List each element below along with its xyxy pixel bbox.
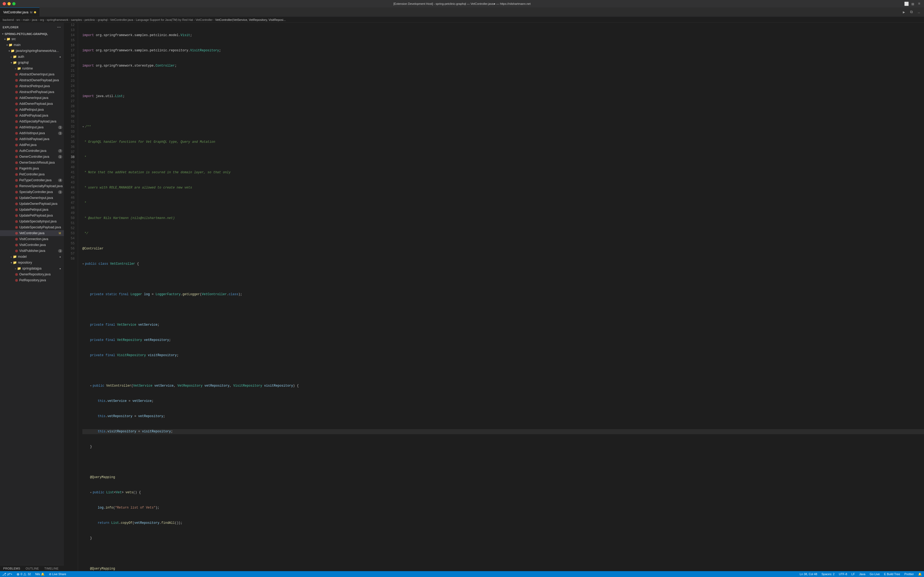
status-right: Ln 38, Col 48 Spaces: 2 UTF-8 LF Java Go…: [798, 571, 924, 577]
breadcrumb-petclinic[interactable]: petclinic: [84, 18, 95, 21]
minimize-button[interactable]: [8, 2, 11, 5]
badge: M: [58, 232, 62, 235]
line-num-40: 40: [69, 165, 75, 170]
code-line-36: this.vetService = vetService;: [82, 399, 924, 404]
breadcrumb-lang-support[interactable]: Language Support for Java(TM) by Red Hat: [136, 18, 193, 21]
status-language[interactable]: Java: [857, 571, 867, 577]
sidebar-header: EXPLORER ⋯: [0, 23, 64, 32]
sidebar-item-pet-controller[interactable]: ⊗ PetController.java: [0, 171, 64, 177]
sidebar-item-add-vet-input[interactable]: ⊗ AddVetInput.java 1: [0, 124, 64, 130]
tab-vetcontroller[interactable]: VetController.java M: [0, 8, 40, 16]
outline-tab[interactable]: OUTLINE: [24, 566, 40, 571]
sidebar-item-update-owner-payload[interactable]: ⊗ UpdateOwnerPayload.java: [0, 201, 64, 207]
sidebar-item-add-pet[interactable]: ⊗ AddPet.java: [0, 142, 64, 148]
status-position[interactable]: Ln 38, Col 48: [798, 571, 819, 577]
sidebar-item-vet-controller[interactable]: ⊗ VetController.java M: [0, 230, 64, 236]
sidebar-item-update-specialty-payload[interactable]: ⊗ UpdateSpecialtyPayload.java: [0, 224, 64, 230]
status-build-tree[interactable]: E Build Tree: [882, 571, 902, 577]
status-user[interactable]: Nils 🔔: [33, 571, 47, 577]
status-spaces[interactable]: Spaces: 2: [819, 571, 837, 577]
maximize-button[interactable]: [12, 2, 16, 5]
item-label: VisitConnection.java: [19, 237, 64, 241]
sidebar-item-add-owner-input[interactable]: ⊗ AddOwnerInput.java: [0, 95, 64, 101]
breadcrumb-backend[interactable]: backend: [3, 18, 14, 21]
item-label: OwnerSearchResult.java: [19, 161, 64, 164]
sidebar-item-specialty-controller[interactable]: ⊗ SpecialtyController.java 1: [0, 189, 64, 195]
item-label: src: [11, 37, 64, 41]
breadcrumb-vetcontroller-class[interactable]: VetController: [196, 18, 213, 21]
close-button[interactable]: [3, 2, 6, 5]
line-num-16: 16: [69, 43, 75, 48]
sidebar-item-abstract-owner-payload[interactable]: ⊗ AbstractOwnerPayload.java: [0, 77, 64, 83]
sidebar-item-model[interactable]: ▸ 📁 model ●: [0, 254, 64, 259]
breadcrumb-samples[interactable]: samples: [71, 18, 82, 21]
breadcrumb-main[interactable]: main: [23, 18, 29, 21]
sidebar-item-abstract-owner-input[interactable]: ⊗ AbstractOwnerInput.java: [0, 71, 64, 77]
sidebar-item-visit-connection[interactable]: ⊗ VisitConnection.java: [0, 236, 64, 242]
sidebar-icon[interactable]: ▤: [911, 2, 915, 6]
status-notification[interactable]: 🔔: [916, 571, 924, 577]
sidebar-item-java-path[interactable]: ▾ 📁 java/org/springframework/sa...: [0, 48, 64, 54]
status-branch[interactable]: ⎇ yt*+: [0, 571, 14, 577]
new-file-icon[interactable]: ⋯: [56, 25, 61, 30]
item-label: java/org/springframework/sa...: [16, 49, 60, 53]
breadcrumb-constructor[interactable]: VetController(VetService, VetRepository,…: [215, 18, 286, 21]
sidebar-item-src[interactable]: ▾ 📁 src: [0, 36, 64, 42]
sidebar-item-pet-type-controller[interactable]: ⊗ PetTypeController.java 4: [0, 177, 64, 183]
line-num-26: 26: [69, 94, 75, 99]
breadcrumb-java[interactable]: java: [32, 18, 37, 21]
sidebar-item-update-pet-payload[interactable]: ⊗ UpdatePetPayload.java: [0, 213, 64, 218]
breadcrumb-springframework[interactable]: springframework: [47, 18, 68, 21]
sidebar-item-main[interactable]: ▾ 📁 main: [0, 42, 64, 48]
status-prettier[interactable]: Prettier: [902, 571, 916, 577]
more-icon[interactable]: ≡: [917, 2, 921, 6]
status-encoding[interactable]: UTF-8: [837, 571, 849, 577]
sidebar-item-auth[interactable]: ▸ 📁 auth ●: [0, 54, 64, 60]
sidebar-item-update-owner-input[interactable]: ⊗ UpdateOwnerInput.java: [0, 195, 64, 201]
sidebar-item-owner-repository[interactable]: ⊗ OwnerRepository.java: [0, 271, 64, 277]
sidebar-item-auth-controller[interactable]: ⊗ AuthController.java 7: [0, 148, 64, 154]
code-line-30: [82, 307, 924, 312]
split-editor-button[interactable]: ⧉: [908, 9, 914, 15]
code-content[interactable]: import org.springframework.samples.petcl…: [78, 23, 924, 571]
code-container[interactable]: 12 13 14 15 16 17 18 19 20 21 22 23 24 2…: [64, 23, 924, 571]
sidebar-item-owner-search-result[interactable]: ⊗ OwnerSearchResult.java: [0, 160, 64, 166]
spring-section-header[interactable]: ▾ SPRING-PETCLINIC-GRAPHQL: [0, 32, 64, 36]
status-eol[interactable]: LF: [849, 571, 857, 577]
sidebar-item-visit-controller[interactable]: ⊗ VisitController.java: [0, 242, 64, 248]
layout-icon[interactable]: ⬜: [904, 2, 908, 6]
sidebar-item-add-pet-input[interactable]: ⊗ AddPetInput.java: [0, 107, 64, 113]
breadcrumb-src[interactable]: src: [16, 18, 20, 21]
sidebar-item-page-info[interactable]: ⊗ PageInfo.java: [0, 166, 64, 171]
sidebar-item-add-owner-payload[interactable]: ⊗ AddOwnerPayload.java: [0, 101, 64, 107]
tab-bar: VetController.java M ▶ ⧉ …: [0, 8, 924, 17]
sidebar-item-springdatajpa[interactable]: ▸ 📁 springdatajpa ●: [0, 266, 64, 271]
code-line-39: }: [82, 444, 924, 450]
sidebar-item-abstract-pet-input[interactable]: ⊗ AbstractPetInput.java: [0, 83, 64, 89]
breadcrumb-org[interactable]: org: [40, 18, 44, 21]
timeline-tab[interactable]: TIMELINE: [43, 566, 60, 571]
sidebar-item-add-specialty-payload[interactable]: ⊗ AddSpecialtyPayload.java: [0, 118, 64, 124]
run-button[interactable]: ▶: [901, 9, 907, 15]
sidebar-item-remove-specialty-payload[interactable]: ⊗ RemoveSpecialtyPayload.java: [0, 183, 64, 189]
line-num-47: 47: [69, 200, 75, 206]
sidebar-item-pet-repository[interactable]: ⊗ PetRepository.java: [0, 277, 64, 283]
status-go-live[interactable]: Go Live: [868, 571, 882, 577]
sidebar-item-update-specialty-input[interactable]: ⊗ UpdateSpecialtyInput.java: [0, 218, 64, 224]
sidebar-item-add-visit-input[interactable]: ⊗ AddVisitInput.java 1: [0, 130, 64, 136]
sidebar-item-add-pet-payload[interactable]: ⊗ AddPetPayload.java: [0, 113, 64, 118]
status-live-share[interactable]: ⊘ Live Share: [47, 571, 68, 577]
status-errors[interactable]: ⊗ 0 ⚠ 32: [14, 571, 33, 577]
sidebar-item-update-pet-input[interactable]: ⊗ UpdatePetInput.java: [0, 207, 64, 213]
more-actions-button[interactable]: …: [916, 9, 922, 15]
sidebar-item-owner-controller[interactable]: ⊗ OwnerController.java 1: [0, 154, 64, 160]
breadcrumb-graphql[interactable]: graphql: [98, 18, 108, 21]
sidebar-item-add-visit-payload[interactable]: ⊗ AddVisitPayload.java: [0, 136, 64, 142]
sidebar-item-visit-publisher[interactable]: ⊗ VisitPublisher.java 1: [0, 248, 64, 254]
sidebar-item-repository[interactable]: ▾ 📁 repository: [0, 259, 64, 266]
breadcrumb-file[interactable]: VetController.java: [110, 18, 133, 21]
problems-tab[interactable]: PROBLEMS: [2, 566, 21, 571]
sidebar-item-runtime[interactable]: ▸ 📁 runtime: [0, 66, 64, 71]
sidebar-item-graphql[interactable]: ▾ 📁 graphql: [0, 60, 64, 66]
sidebar-item-abstract-pet-payload[interactable]: ⊗ AbstractPetPayload.java: [0, 89, 64, 95]
